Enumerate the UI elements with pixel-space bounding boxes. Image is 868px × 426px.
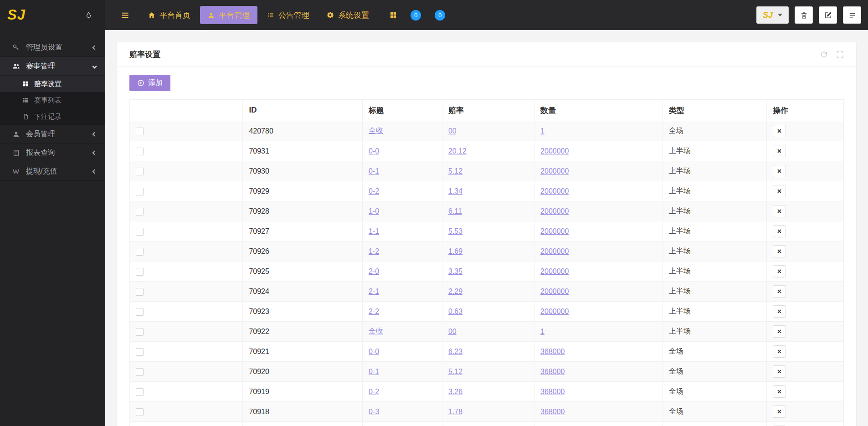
qty-link[interactable]: 2000000 bbox=[540, 247, 569, 255]
odds-link[interactable]: 3.35 bbox=[448, 267, 462, 275]
row-checkbox[interactable] bbox=[136, 308, 144, 316]
title-link[interactable]: 2-1 bbox=[369, 287, 379, 295]
row-checkbox[interactable] bbox=[136, 188, 144, 195]
row-checkbox[interactable] bbox=[136, 128, 144, 135]
qty-link[interactable]: 368000 bbox=[540, 408, 565, 416]
odds-link[interactable]: 1.34 bbox=[448, 187, 462, 195]
odds-link[interactable]: 1.78 bbox=[448, 408, 462, 416]
sidebar-item-admin-settings[interactable]: 管理员设置 bbox=[0, 38, 105, 57]
row-checkbox[interactable] bbox=[136, 368, 144, 376]
fullscreen-icon[interactable] bbox=[836, 51, 844, 58]
qty-link[interactable]: 2000000 bbox=[540, 308, 569, 315]
delete-row-button[interactable]: × bbox=[773, 385, 786, 398]
odds-link[interactable]: 0.63 bbox=[448, 308, 462, 315]
delete-row-button[interactable]: × bbox=[773, 345, 786, 358]
qty-link[interactable]: 1 bbox=[540, 328, 544, 335]
odds-link[interactable]: 00 bbox=[448, 328, 457, 335]
odds-link[interactable]: 5.53 bbox=[448, 227, 462, 235]
qty-link[interactable]: 2000000 bbox=[540, 207, 569, 215]
title-link[interactable]: 0-2 bbox=[369, 388, 379, 395]
title-link[interactable]: 0-0 bbox=[369, 348, 379, 355]
trash-button[interactable] bbox=[795, 6, 813, 24]
row-checkbox[interactable] bbox=[136, 248, 144, 256]
delete-row-button[interactable]: × bbox=[773, 205, 786, 217]
row-checkbox[interactable] bbox=[136, 288, 144, 296]
delete-row-button[interactable]: × bbox=[773, 285, 786, 298]
title-link[interactable]: 1-1 bbox=[369, 227, 379, 235]
delete-row-button[interactable]: × bbox=[773, 165, 786, 177]
nav-item-system-settings[interactable]: 系统设置 bbox=[319, 6, 377, 24]
sidebar-item-report-query[interactable]: 报表查询 bbox=[0, 144, 105, 162]
delete-row-button[interactable]: × bbox=[773, 125, 786, 137]
qty-link[interactable]: 2000000 bbox=[540, 267, 569, 275]
hamburger-menu-icon[interactable] bbox=[121, 11, 129, 20]
delete-row-button[interactable]: × bbox=[773, 265, 786, 277]
row-checkbox[interactable] bbox=[136, 268, 144, 276]
odds-link[interactable]: 1.69 bbox=[448, 247, 462, 255]
odds-link[interactable]: 00 bbox=[448, 127, 457, 135]
title-link[interactable]: 全收 bbox=[369, 127, 383, 134]
sidebar-item-bet-records[interactable]: 下注记录 bbox=[0, 108, 105, 125]
qty-link[interactable]: 1 bbox=[540, 127, 544, 135]
sidebar-item-withdraw-deposit[interactable]: 提现/充值 bbox=[0, 162, 105, 181]
table-row: 709290-21.342000000上半场× bbox=[130, 181, 844, 201]
title-link[interactable]: 0-3 bbox=[369, 408, 379, 416]
title-link[interactable]: 1-2 bbox=[369, 247, 379, 255]
title-link[interactable]: 0-1 bbox=[369, 368, 379, 375]
grid-icon[interactable] bbox=[390, 11, 397, 19]
qty-link[interactable]: 2000000 bbox=[540, 187, 569, 195]
delete-row-button[interactable]: × bbox=[773, 305, 786, 318]
nav-item-platform-manage[interactable]: 平台管理 bbox=[200, 6, 257, 24]
user-dropdown-button[interactable]: SJ bbox=[756, 6, 789, 24]
message-badge[interactable]: 0 bbox=[435, 10, 445, 21]
nav-item-announcement[interactable]: 公告管理 bbox=[259, 6, 317, 24]
qty-link[interactable]: 2000000 bbox=[540, 147, 569, 155]
qty-link[interactable]: 2000000 bbox=[540, 287, 569, 295]
row-checkbox[interactable] bbox=[136, 328, 144, 336]
odds-link[interactable]: 6.11 bbox=[448, 207, 462, 215]
title-link[interactable]: 2-2 bbox=[369, 308, 379, 315]
refresh-icon[interactable] bbox=[820, 51, 828, 58]
qty-link[interactable]: 368000 bbox=[540, 348, 565, 355]
title-link[interactable]: 0-0 bbox=[369, 147, 379, 155]
row-checkbox[interactable] bbox=[136, 148, 144, 155]
qty-link[interactable]: 2000000 bbox=[540, 167, 569, 175]
qty-link[interactable]: 368000 bbox=[540, 388, 565, 395]
delete-row-button[interactable]: × bbox=[773, 145, 786, 157]
logo-area[interactable]: SJ bbox=[0, 0, 105, 30]
row-checkbox[interactable] bbox=[136, 348, 144, 356]
title-link[interactable]: 0-2 bbox=[369, 187, 379, 195]
qty-link[interactable]: 368000 bbox=[540, 368, 565, 375]
row-checkbox[interactable] bbox=[136, 388, 144, 396]
title-link[interactable]: 2-0 bbox=[369, 267, 379, 275]
sidebar-item-match-manage[interactable]: 赛事管理 bbox=[0, 57, 105, 76]
delete-row-button[interactable]: × bbox=[773, 245, 786, 257]
odds-link[interactable]: 2.29 bbox=[448, 287, 462, 295]
sidebar-item-odds-settings[interactable]: 赔率设置 bbox=[0, 76, 105, 92]
menu-list-button[interactable] bbox=[843, 6, 861, 24]
delete-row-button[interactable]: × bbox=[773, 225, 786, 237]
notification-badge[interactable]: 0 bbox=[411, 10, 421, 21]
row-checkbox[interactable] bbox=[136, 208, 144, 216]
delete-row-button[interactable]: × bbox=[773, 365, 786, 378]
odds-link[interactable]: 5.12 bbox=[448, 368, 462, 375]
odds-link[interactable]: 3.26 bbox=[448, 388, 462, 395]
row-checkbox[interactable] bbox=[136, 168, 144, 175]
delete-row-button[interactable]: × bbox=[773, 325, 786, 338]
title-link[interactable]: 0-1 bbox=[369, 167, 379, 175]
sidebar-item-match-list[interactable]: 赛事列表 bbox=[0, 92, 105, 108]
sidebar-item-member-manage[interactable]: 会员管理 bbox=[0, 125, 105, 144]
title-link[interactable]: 1-0 bbox=[369, 207, 379, 215]
add-button[interactable]: 添加 bbox=[129, 75, 170, 91]
row-checkbox[interactable] bbox=[136, 228, 144, 236]
qty-link[interactable]: 2000000 bbox=[540, 227, 569, 235]
edit-button[interactable] bbox=[819, 6, 837, 24]
odds-link[interactable]: 6.23 bbox=[448, 348, 462, 355]
title-link[interactable]: 全收 bbox=[369, 327, 383, 335]
odds-link[interactable]: 5.12 bbox=[448, 167, 462, 175]
delete-row-button[interactable]: × bbox=[773, 185, 786, 197]
row-checkbox[interactable] bbox=[136, 408, 144, 416]
odds-link[interactable]: 20.12 bbox=[448, 147, 467, 155]
nav-item-home[interactable]: 平台首页 bbox=[140, 6, 198, 24]
delete-row-button[interactable]: × bbox=[773, 405, 786, 418]
